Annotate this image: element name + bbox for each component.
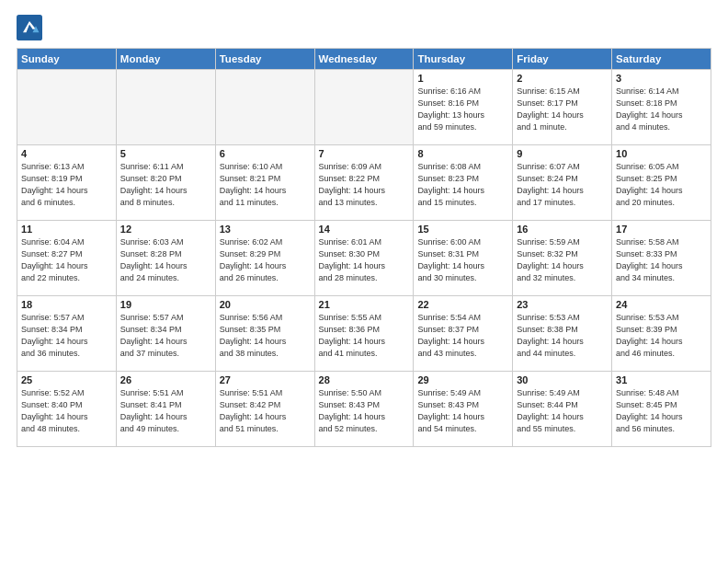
day-info: Sunrise: 5:56 AMSunset: 8:35 PMDaylight:… [220,312,311,360]
calendar-cell: 13Sunrise: 6:02 AMSunset: 8:29 PMDayligh… [215,221,314,296]
calendar-cell: 29Sunrise: 5:49 AMSunset: 8:43 PMDayligh… [414,372,513,447]
calendar-cell: 9Sunrise: 6:07 AMSunset: 8:24 PMDaylight… [513,145,612,221]
calendar-cell [215,70,314,145]
weekday-header-wednesday: Wednesday [314,49,414,70]
day-number: 2 [517,73,608,84]
logo [17,15,46,40]
day-info: Sunrise: 5:52 AMSunset: 8:40 PMDaylight:… [21,387,112,435]
calendar-cell: 11Sunrise: 6:04 AMSunset: 8:27 PMDayligh… [17,221,117,296]
weekday-header-tuesday: Tuesday [215,49,314,70]
day-info: Sunrise: 5:51 AMSunset: 8:41 PMDaylight:… [120,387,211,435]
calendar-cell: 5Sunrise: 6:11 AMSunset: 8:20 PMDaylight… [116,145,215,221]
week-row-5: 25Sunrise: 5:52 AMSunset: 8:40 PMDayligh… [17,372,711,447]
day-number: 9 [517,148,608,159]
calendar-cell: 1Sunrise: 6:16 AMSunset: 8:16 PMDaylight… [414,70,513,145]
day-info: Sunrise: 6:02 AMSunset: 8:29 PMDaylight:… [220,236,311,284]
day-info: Sunrise: 5:57 AMSunset: 8:34 PMDaylight:… [21,312,112,360]
day-info: Sunrise: 6:09 AMSunset: 8:22 PMDaylight:… [319,161,410,209]
day-info: Sunrise: 5:49 AMSunset: 8:44 PMDaylight:… [517,387,608,435]
calendar-cell: 7Sunrise: 6:09 AMSunset: 8:22 PMDaylight… [314,145,414,221]
calendar-cell: 21Sunrise: 5:55 AMSunset: 8:36 PMDayligh… [314,296,414,372]
day-info: Sunrise: 5:53 AMSunset: 8:38 PMDaylight:… [517,312,608,360]
calendar-table: SundayMondayTuesdayWednesdayThursdayFrid… [17,48,711,447]
day-info: Sunrise: 6:10 AMSunset: 8:21 PMDaylight:… [220,161,311,209]
weekday-header-thursday: Thursday [414,49,513,70]
day-number: 22 [417,299,508,310]
day-number: 3 [616,73,707,84]
page: SundayMondayTuesdayWednesdayThursdayFrid… [0,0,728,563]
day-number: 21 [319,299,410,310]
day-number: 30 [517,374,608,385]
weekday-header-monday: Monday [116,49,215,70]
calendar-cell: 18Sunrise: 5:57 AMSunset: 8:34 PMDayligh… [17,296,117,372]
day-info: Sunrise: 6:04 AMSunset: 8:27 PMDaylight:… [21,236,112,284]
svg-rect-0 [17,15,42,40]
weekday-header-row: SundayMondayTuesdayWednesdayThursdayFrid… [17,49,711,70]
day-number: 11 [21,224,112,235]
day-number: 16 [517,224,608,235]
calendar-cell: 26Sunrise: 5:51 AMSunset: 8:41 PMDayligh… [116,372,215,447]
day-number: 27 [220,374,311,385]
calendar-cell: 25Sunrise: 5:52 AMSunset: 8:40 PMDayligh… [17,372,117,447]
day-info: Sunrise: 5:48 AMSunset: 8:45 PMDaylight:… [616,387,707,435]
calendar-cell: 10Sunrise: 6:05 AMSunset: 8:25 PMDayligh… [612,145,711,221]
day-info: Sunrise: 6:16 AMSunset: 8:16 PMDaylight:… [417,86,508,133]
calendar-cell: 16Sunrise: 5:59 AMSunset: 8:32 PMDayligh… [513,221,612,296]
calendar-cell [17,70,117,145]
day-info: Sunrise: 6:15 AMSunset: 8:17 PMDaylight:… [517,86,608,133]
calendar-cell: 19Sunrise: 5:57 AMSunset: 8:34 PMDayligh… [116,296,215,372]
day-number: 26 [120,374,211,385]
week-row-4: 18Sunrise: 5:57 AMSunset: 8:34 PMDayligh… [17,296,711,372]
day-number: 13 [220,224,311,235]
day-number: 14 [319,224,410,235]
logo-icon [17,15,42,40]
day-number: 7 [319,148,410,159]
day-number: 25 [21,374,112,385]
day-info: Sunrise: 6:05 AMSunset: 8:25 PMDaylight:… [616,161,707,209]
calendar-cell: 8Sunrise: 6:08 AMSunset: 8:23 PMDaylight… [414,145,513,221]
day-number: 15 [417,224,508,235]
calendar-cell: 15Sunrise: 6:00 AMSunset: 8:31 PMDayligh… [414,221,513,296]
day-info: Sunrise: 5:49 AMSunset: 8:43 PMDaylight:… [417,387,508,435]
calendar-cell: 12Sunrise: 6:03 AMSunset: 8:28 PMDayligh… [116,221,215,296]
day-info: Sunrise: 6:11 AMSunset: 8:20 PMDaylight:… [120,161,211,209]
day-number: 19 [120,299,211,310]
day-number: 31 [616,374,707,385]
calendar-cell: 31Sunrise: 5:48 AMSunset: 8:45 PMDayligh… [612,372,711,447]
calendar-cell: 17Sunrise: 5:58 AMSunset: 8:33 PMDayligh… [612,221,711,296]
day-info: Sunrise: 6:13 AMSunset: 8:19 PMDaylight:… [21,161,112,209]
calendar-cell: 3Sunrise: 6:14 AMSunset: 8:18 PMDaylight… [612,70,711,145]
calendar-cell: 4Sunrise: 6:13 AMSunset: 8:19 PMDaylight… [17,145,117,221]
day-number: 6 [220,148,311,159]
day-number: 1 [417,73,508,84]
week-row-2: 4Sunrise: 6:13 AMSunset: 8:19 PMDaylight… [17,145,711,221]
day-number: 5 [120,148,211,159]
calendar-cell: 22Sunrise: 5:54 AMSunset: 8:37 PMDayligh… [414,296,513,372]
day-info: Sunrise: 5:58 AMSunset: 8:33 PMDaylight:… [616,236,707,284]
weekday-header-saturday: Saturday [612,49,711,70]
day-number: 24 [616,299,707,310]
week-row-1: 1Sunrise: 6:16 AMSunset: 8:16 PMDaylight… [17,70,711,145]
calendar-cell: 30Sunrise: 5:49 AMSunset: 8:44 PMDayligh… [513,372,612,447]
day-number: 10 [616,148,707,159]
calendar-cell: 24Sunrise: 5:53 AMSunset: 8:39 PMDayligh… [612,296,711,372]
weekday-header-sunday: Sunday [17,49,117,70]
day-number: 12 [120,224,211,235]
day-info: Sunrise: 6:00 AMSunset: 8:31 PMDaylight:… [417,236,508,284]
day-info: Sunrise: 5:55 AMSunset: 8:36 PMDaylight:… [319,312,410,360]
calendar-cell [314,70,414,145]
day-info: Sunrise: 6:08 AMSunset: 8:23 PMDaylight:… [417,161,508,209]
day-number: 17 [616,224,707,235]
day-info: Sunrise: 6:14 AMSunset: 8:18 PMDaylight:… [616,86,707,133]
calendar-cell: 28Sunrise: 5:50 AMSunset: 8:43 PMDayligh… [314,372,414,447]
header [17,15,711,40]
day-number: 23 [517,299,608,310]
day-info: Sunrise: 5:53 AMSunset: 8:39 PMDaylight:… [616,312,707,360]
calendar-cell: 23Sunrise: 5:53 AMSunset: 8:38 PMDayligh… [513,296,612,372]
day-number: 4 [21,148,112,159]
week-row-3: 11Sunrise: 6:04 AMSunset: 8:27 PMDayligh… [17,221,711,296]
day-info: Sunrise: 5:59 AMSunset: 8:32 PMDaylight:… [517,236,608,284]
day-info: Sunrise: 5:51 AMSunset: 8:42 PMDaylight:… [220,387,311,435]
calendar-cell: 6Sunrise: 6:10 AMSunset: 8:21 PMDaylight… [215,145,314,221]
day-number: 18 [21,299,112,310]
